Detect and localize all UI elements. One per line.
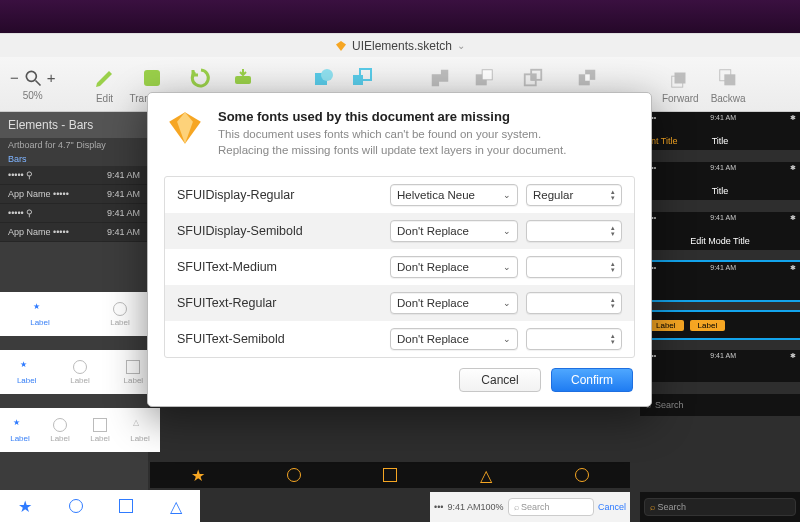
navbar-dark-edit: •••••9:41 AM✱ Edit Mode Title	[640, 212, 800, 250]
status-bar-preview: ••••• ⚲9:41 AM	[0, 166, 148, 185]
tab-bar-light-shapes: ★ △	[0, 490, 200, 522]
circle-icon	[69, 499, 83, 513]
missing-font-name: SFUIText-Regular	[177, 296, 390, 310]
tab-triangle: △Label	[120, 418, 160, 443]
magnifier-icon[interactable]	[23, 68, 43, 88]
dark-navbar-artboards: •••••9:41 AM✱ ent Title Title •••••9:41 …	[640, 112, 800, 416]
toolbar-forward[interactable]: Forward	[662, 65, 699, 104]
svg-rect-13	[532, 74, 537, 80]
zoom-control: − + 50%	[10, 68, 56, 101]
subtract-icon	[471, 65, 497, 91]
replacement-weight-select[interactable]: ▴▾	[526, 220, 622, 242]
chevron-down-icon: ⌄	[503, 226, 511, 236]
search-bar-dark: ⌕Search	[640, 394, 800, 416]
replacement-family-select[interactable]: Don't Replace⌄	[390, 292, 518, 314]
toolbar-label: Forward	[662, 93, 699, 104]
replacement-weight-select[interactable]: Regular▴▾	[526, 184, 622, 206]
replacement-weight-select[interactable]: ▴▾	[526, 256, 622, 278]
missing-font-name: SFUIDisplay-Semibold	[177, 224, 390, 238]
svg-rect-17	[675, 72, 686, 83]
tab-bar-light-3: ★Label Label Label △Label	[0, 408, 160, 452]
stepper-icon: ▴▾	[611, 261, 615, 273]
tab-star: ★Label	[0, 360, 53, 385]
document-title: UIElements.sketch	[352, 39, 452, 53]
zoom-value: 50%	[23, 90, 43, 101]
navbar-dark-1: •••••9:41 AM✱ ent Title Title	[640, 112, 800, 150]
font-row: SFUIText-SemiboldDon't Replace⌄▴▾	[165, 321, 634, 357]
chevron-down-icon: ⌄	[503, 190, 511, 200]
navbar-title: Title	[712, 186, 729, 196]
search-input[interactable]: ⌕ Search	[644, 498, 796, 516]
stepper-icon: ▴▾	[611, 225, 615, 237]
title-dropdown-chevron-icon[interactable]: ⌄	[457, 40, 465, 51]
macos-menubar-area	[0, 0, 800, 33]
circle-icon	[534, 462, 630, 488]
search-input[interactable]: ⌕ Search	[508, 498, 594, 516]
replacement-family-select[interactable]: Don't Replace⌄	[390, 256, 518, 278]
star-icon: ★	[13, 418, 27, 432]
star-icon: ★	[20, 360, 34, 374]
font-row: SFUIText-MediumDon't Replace⌄▴▾	[165, 249, 634, 285]
search-bar-light: ••• 9:41 AM 100% ⌕ Search Cancel	[430, 492, 630, 522]
segmented-dark: Label Label	[640, 312, 800, 338]
square-icon	[126, 360, 140, 374]
nav-bar-preview: App Name •••••9:41 AM	[0, 223, 148, 242]
confirm-button[interactable]: Confirm	[551, 368, 633, 392]
chevron-down-icon: ⌄	[503, 334, 511, 344]
circle-icon	[73, 360, 87, 374]
circle-icon	[53, 418, 67, 432]
tab-bar-dark-shapes: ★ △	[150, 462, 630, 488]
triangle-icon: △	[438, 462, 534, 488]
toolbar-backward[interactable]: Backwa	[711, 65, 746, 104]
circle-icon	[246, 462, 342, 488]
artboard-title[interactable]: Elements - Bars	[0, 112, 148, 138]
stepper-icon: ▴▾	[611, 297, 615, 309]
star-icon: ★	[33, 302, 47, 316]
sketch-document-icon	[335, 40, 347, 52]
toolbar-edit[interactable]: Edit	[92, 65, 118, 104]
bring-forward-icon	[667, 65, 693, 91]
search-bar-dark-bottom: ⌕ Search	[640, 492, 800, 522]
nav-bar-preview: App Name •••••9:41 AM	[0, 185, 148, 204]
replacement-weight-select[interactable]: ▴▾	[526, 328, 622, 350]
svg-rect-20	[724, 74, 735, 85]
tab-bar-light-1: ★Label Label	[0, 292, 160, 336]
replacement-weight-select[interactable]: ▴▾	[526, 292, 622, 314]
tab-square: Label	[80, 418, 120, 443]
missing-font-name: SFUIText-Semibold	[177, 332, 390, 346]
square-icon	[93, 418, 107, 432]
font-replacement-table: SFUIDisplay-RegularHelvetica Neue⌄Regula…	[164, 176, 635, 358]
zoom-out-button[interactable]: −	[10, 69, 19, 86]
search-icon: ⌕	[514, 502, 519, 512]
segment-chip: Label	[648, 320, 684, 331]
missing-font-name: SFUIText-Medium	[177, 260, 390, 274]
svg-rect-16	[585, 74, 590, 80]
svg-point-6	[321, 69, 333, 81]
cancel-link[interactable]: Cancel	[598, 502, 626, 512]
difference-icon	[574, 65, 600, 91]
status-bar-preview: ••••• ⚲9:41 AM	[0, 204, 148, 223]
font-row: SFUIDisplay-SemiboldDon't Replace⌄▴▾	[165, 213, 634, 249]
replacement-family-select[interactable]: Don't Replace⌄	[390, 328, 518, 350]
navbar-dark-selected: •••••9:41 AM✱	[640, 262, 800, 300]
dialog-title: Some fonts used by this document are mis…	[218, 109, 566, 124]
pencil-icon	[92, 65, 118, 91]
triangle-icon: △	[133, 418, 147, 432]
rotate-icon	[188, 65, 214, 91]
replacement-family-select[interactable]: Don't Replace⌄	[390, 220, 518, 242]
star-icon: ★	[150, 462, 246, 488]
replacement-family-select[interactable]: Helvetica Neue⌄	[390, 184, 518, 206]
cancel-button[interactable]: Cancel	[459, 368, 541, 392]
scale-icon	[349, 65, 375, 91]
sketch-app-icon	[166, 109, 204, 147]
tab-star: ★Label	[0, 418, 40, 443]
zoom-in-button[interactable]: +	[47, 69, 56, 86]
union-icon	[427, 65, 453, 91]
navbar-dark-2: •••••9:41 AM✱ Title	[640, 162, 800, 200]
missing-fonts-dialog: Some fonts used by this document are mis…	[147, 92, 652, 407]
dialog-body: This document uses fonts which can't be …	[218, 127, 566, 158]
circle-icon	[113, 302, 127, 316]
svg-rect-3	[144, 70, 160, 86]
square-icon	[119, 499, 133, 513]
star-icon: ★	[18, 497, 32, 516]
